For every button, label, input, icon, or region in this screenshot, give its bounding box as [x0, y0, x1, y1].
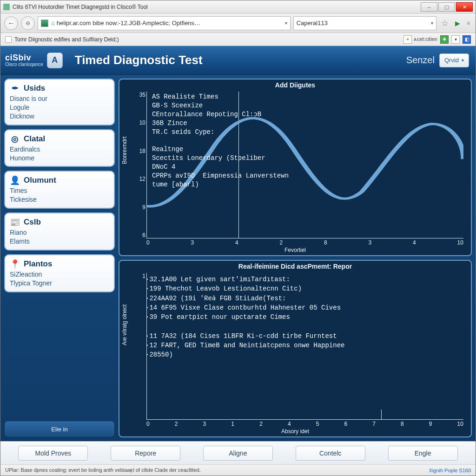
sidebar-item-clatal[interactable]: ◎Clatal Eardinalcs Hunome — [4, 129, 115, 167]
chart-xticks: 0231245678910 — [146, 421, 463, 427]
sidebar-item-sub: Eardinalcs Hunome — [10, 145, 109, 163]
window-max-button[interactable]: ▢ — [438, 2, 455, 12]
browser-toolbar: ← ⊖ ⌂ helipr.ar.com bibe now:-12.JGB·Amp… — [0, 13, 476, 33]
sidebar-item-title: Usids — [24, 84, 45, 93]
window-titlebar: Clits 6TVI Houtordler Timet Diagnegstd i… — [0, 0, 476, 13]
footer-button[interactable]: Repore — [111, 446, 180, 461]
bookmark-star-icon[interactable]: ☆ — [439, 18, 450, 28]
extension-label: ᴀcelːcitien — [414, 36, 437, 42]
chart-panel-top: Add Diigutes Bonreımdrt Fevortiel 351018… — [119, 79, 472, 256]
chart-spike — [381, 410, 382, 420]
tab-favicon — [5, 36, 12, 43]
sidebar-item-title: Clatal — [24, 134, 45, 144]
brand-name: ciSbiv — [5, 53, 43, 62]
chart-xlabel: Absory idet — [281, 428, 309, 435]
extension-icon-3[interactable]: ◧ — [463, 35, 471, 44]
extension-icon-1[interactable]: ✶ — [403, 35, 412, 44]
sidebar-item-sub: Times Tickesise — [10, 186, 109, 204]
user-icon: 👤 — [10, 175, 20, 185]
brand-logo-icon: A — [47, 53, 63, 68]
sidebar-item-sub: SiZleaction Tlypica Togner — [10, 270, 109, 288]
app-header: ciSbiv Oisco clanloqance A Timed Diagnos… — [0, 46, 476, 75]
app-window: Clits 6TVI Houtordler Timet Diagnegstd i… — [0, 0, 476, 476]
signin-label: Elie in — [51, 426, 67, 433]
pin-icon: 📍 — [10, 259, 20, 269]
sidebar-item-sub: Riano Elamts — [10, 228, 109, 246]
chart-ylabel: Bonreımdrt — [121, 137, 128, 164]
chart-panel-bottom: Real-ífeimine Dicd ascPmemt: Repor Aıe v… — [119, 260, 472, 437]
go-button[interactable]: ▶ — [453, 20, 462, 27]
search-bar[interactable]: Caperal113 ▾ — [293, 16, 436, 30]
chart-overlay-text: ·32.1A00 Let given sart'imıTardıtast: ·1… — [145, 275, 462, 360]
chart-title: Real-ífeimine Dicd ascPmemt: Repor — [238, 263, 352, 270]
extension-icon-2[interactable]: ✚ — [440, 35, 449, 44]
brand-block: ciSbiv Oisco clanloqance A — [5, 53, 63, 68]
tab-title[interactable]: Tomr Diignostic edifies and Sulfiiary De… — [14, 36, 119, 43]
footer-button[interactable]: Mold Proves — [18, 446, 88, 461]
sidebar-item-usids[interactable]: ✒Usids Disanc is our Logule Dicknow — [4, 79, 115, 126]
document-icon: 📰 — [10, 217, 20, 227]
footer-button[interactable]: Contelc — [296, 446, 365, 461]
chart-title: Add Diigutes — [275, 81, 315, 89]
toolbar-overflow-icon[interactable]: ≡ — [465, 20, 472, 26]
brand-subtitle: Oisco clanloqance — [5, 62, 43, 67]
chart-overlay-text: AS Realiste Times GB·S Sceexize CEntoral… — [152, 93, 462, 189]
sidebar-item-olumunt[interactable]: 👤Olumunt Times Tickesise — [4, 171, 115, 209]
sidebar-item-title: Cslb — [24, 218, 41, 227]
browser-tab-row: Tomr Diignostic edifies and Sulfiiary De… — [0, 33, 476, 46]
window-icon — [3, 4, 10, 10]
sidebar-item-title: Plantos — [24, 259, 52, 269]
url-bar[interactable]: ⌂ helipr.ar.com bibe now:-12.JGB·Amplect… — [38, 16, 291, 30]
footer-button[interactable]: Engle — [388, 446, 458, 461]
app-body: ✒Usids Disanc is our Logule Dicknow ◎Cla… — [0, 75, 476, 441]
status-bar: UPlar: Base dpnes coating; evert be lodi… — [0, 464, 476, 476]
signin-button[interactable]: Elie in — [4, 421, 115, 437]
extension-dropdown[interactable]: ▾ — [451, 35, 460, 44]
footer-button[interactable]: Aligne — [203, 446, 273, 461]
window-title: Clits 6TVI Houtordler Timet Diagnegstd i… — [13, 4, 148, 10]
header-dropdown-button[interactable]: Qrvid ▾ — [439, 53, 469, 67]
chart-yticks: 3510181296 — [133, 92, 145, 238]
nav-stop-button[interactable]: ⊖ — [21, 16, 35, 30]
chart-yticks: 1 — [133, 273, 145, 420]
url-dropdown-icon[interactable]: ▾ — [282, 20, 287, 26]
url-text: helipr.ar.com bibe now:-12.JGB·Amplectic… — [57, 20, 200, 26]
pen-icon: ✒ — [10, 83, 20, 93]
status-left: UPlar: Base dpnes coating; evert be lodi… — [5, 467, 201, 473]
window-min-button[interactable]: – — [421, 2, 437, 12]
sidebar-item-title: Olumunt — [24, 176, 56, 185]
page-title: Timed Diagnostic Test — [75, 53, 203, 67]
chevron-down-icon: ▾ — [462, 58, 464, 63]
url-scheme-icon: ⌂ — [51, 20, 55, 26]
site-favicon — [41, 20, 48, 27]
sidebar-item-plantos[interactable]: 📍Plantos SiZleaction Tlypica Togner — [4, 254, 115, 292]
main-area: Add Diigutes Bonreımdrt Fevortiel 351018… — [119, 79, 472, 437]
window-close-button[interactable]: ✕ — [456, 2, 473, 12]
bottom-button-row: Mold ProvesReporeAligneContelcEngle — [0, 441, 476, 464]
status-right: Xignih Pople S160 — [429, 468, 471, 473]
nav-back-button[interactable]: ← — [4, 16, 18, 30]
sidebar-item-sub: Disanc is our Logule Dicknow — [10, 94, 109, 121]
gear-icon: ◎ — [10, 134, 20, 144]
chart-ylabel: Aıe vilralg olnect — [121, 304, 128, 345]
header-right-label: Senzel — [406, 55, 435, 66]
chart-xticks: 034283410 — [146, 239, 463, 246]
chart-xlabel: Fevortiel — [284, 247, 306, 253]
sidebar: ✒Usids Disanc is our Logule Dicknow ◎Cla… — [4, 79, 115, 437]
sidebar-item-cslb[interactable]: 📰Cslb Riano Elamts — [4, 212, 115, 251]
header-dropdown-label: Qrvid — [444, 57, 459, 64]
search-dropdown-icon[interactable]: ▾ — [428, 20, 433, 26]
search-text: Caperal113 — [297, 20, 328, 26]
